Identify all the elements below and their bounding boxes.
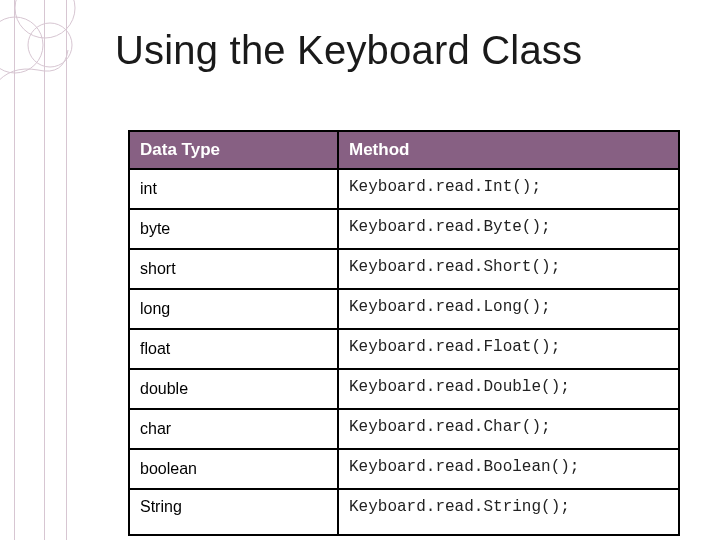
cell-method: Keyboard.read.Long();	[338, 289, 679, 329]
cell-type: double	[129, 369, 338, 409]
cell-type: short	[129, 249, 338, 289]
table-row: double Keyboard.read.Double();	[129, 369, 679, 409]
table-header-row: Data Type Method	[129, 131, 679, 169]
cell-type: int	[129, 169, 338, 209]
keyboard-table-wrap: Data Type Method int Keyboard.read.Int()…	[128, 130, 680, 536]
cell-type: char	[129, 409, 338, 449]
keyboard-table: Data Type Method int Keyboard.read.Int()…	[128, 130, 680, 536]
cell-type: byte	[129, 209, 338, 249]
cell-type: boolean	[129, 449, 338, 489]
cell-method: Keyboard.read.Double();	[338, 369, 679, 409]
cell-method: Keyboard.read.String();	[338, 489, 679, 535]
left-decor-band	[0, 0, 72, 540]
table-row: float Keyboard.read.Float();	[129, 329, 679, 369]
page-title: Using the Keyboard Class	[115, 28, 582, 73]
header-data-type: Data Type	[129, 131, 338, 169]
cell-method: Keyboard.read.Char();	[338, 409, 679, 449]
table-row: byte Keyboard.read.Byte();	[129, 209, 679, 249]
table-row: int Keyboard.read.Int();	[129, 169, 679, 209]
cell-method: Keyboard.read.Float();	[338, 329, 679, 369]
cell-method: Keyboard.read.Byte();	[338, 209, 679, 249]
table-row: boolean Keyboard.read.Boolean();	[129, 449, 679, 489]
table-row: short Keyboard.read.Short();	[129, 249, 679, 289]
cell-method: Keyboard.read.Short();	[338, 249, 679, 289]
table-row: long Keyboard.read.Long();	[129, 289, 679, 329]
header-method: Method	[338, 131, 679, 169]
table-row: String Keyboard.read.String();	[129, 489, 679, 535]
cell-method: Keyboard.read.Int();	[338, 169, 679, 209]
cell-type: long	[129, 289, 338, 329]
cell-type: String	[129, 489, 338, 535]
cell-type: float	[129, 329, 338, 369]
table-row: char Keyboard.read.Char();	[129, 409, 679, 449]
cell-method: Keyboard.read.Boolean();	[338, 449, 679, 489]
